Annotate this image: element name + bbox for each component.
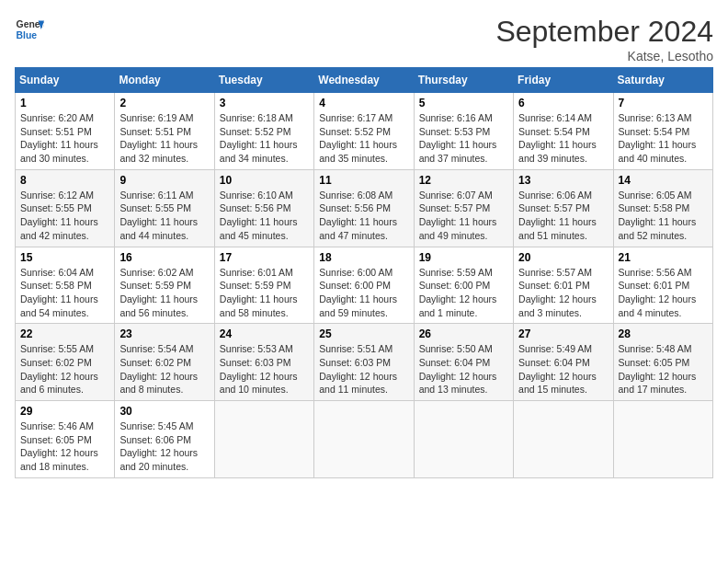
day-cell: 23Sunrise: 5:54 AMSunset: 6:02 PMDayligh… (115, 324, 214, 401)
col-header-friday: Friday (514, 68, 613, 93)
day-cell: 10Sunrise: 6:10 AMSunset: 5:56 PMDayligh… (214, 169, 313, 247)
day-number: 28 (619, 327, 708, 340)
day-cell: 14Sunrise: 6:05 AMSunset: 5:58 PMDayligh… (613, 169, 712, 247)
day-info: Sunrise: 6:07 AMSunset: 5:57 PMDaylight:… (419, 189, 508, 243)
day-cell: 7Sunrise: 6:13 AMSunset: 5:54 PMDaylight… (613, 93, 712, 170)
day-cell: 21Sunrise: 5:56 AMSunset: 6:01 PMDayligh… (613, 247, 712, 324)
day-cell: 6Sunrise: 6:14 AMSunset: 5:54 PMDaylight… (514, 93, 613, 170)
day-cell: 3Sunrise: 6:18 AMSunset: 5:52 PMDaylight… (214, 93, 313, 170)
day-info: Sunrise: 6:01 AMSunset: 5:59 PMDaylight:… (220, 266, 309, 320)
day-cell: 11Sunrise: 6:08 AMSunset: 5:56 PMDayligh… (314, 169, 414, 247)
day-cell: 5Sunrise: 6:16 AMSunset: 5:53 PMDaylight… (414, 93, 513, 170)
day-info: Sunrise: 6:08 AMSunset: 5:56 PMDaylight:… (319, 189, 408, 243)
day-info: Sunrise: 6:19 AMSunset: 5:51 PMDaylight:… (119, 111, 209, 166)
day-cell: 1Sunrise: 6:20 AMSunset: 5:51 PMDaylight… (16, 93, 115, 170)
day-info: Sunrise: 5:56 AMSunset: 6:01 PMDaylight:… (619, 266, 708, 320)
day-cell: 19Sunrise: 5:59 AMSunset: 6:00 PMDayligh… (414, 247, 513, 324)
day-info: Sunrise: 6:05 AMSunset: 5:58 PMDaylight:… (619, 189, 708, 243)
day-cell: 20Sunrise: 5:57 AMSunset: 6:01 PMDayligh… (514, 247, 613, 324)
day-cell: 25Sunrise: 5:51 AMSunset: 6:03 PMDayligh… (314, 324, 414, 401)
day-cell: 30Sunrise: 5:45 AMSunset: 6:06 PMDayligh… (115, 401, 214, 478)
day-number: 12 (419, 174, 508, 187)
day-cell: 13Sunrise: 6:06 AMSunset: 5:57 PMDayligh… (514, 169, 613, 247)
day-info: Sunrise: 5:50 AMSunset: 6:04 PMDaylight:… (419, 342, 508, 396)
day-cell (214, 401, 313, 478)
day-number: 29 (20, 405, 109, 418)
day-cell: 8Sunrise: 6:12 AMSunset: 5:55 PMDaylight… (16, 169, 115, 247)
day-cell: 26Sunrise: 5:50 AMSunset: 6:04 PMDayligh… (414, 324, 513, 401)
week-row-1: 1Sunrise: 6:20 AMSunset: 5:51 PMDaylight… (16, 93, 713, 170)
day-cell (514, 401, 613, 478)
col-header-saturday: Saturday (613, 68, 712, 93)
day-number: 21 (619, 251, 708, 264)
day-cell (613, 401, 712, 478)
week-row-3: 15Sunrise: 6:04 AMSunset: 5:58 PMDayligh… (16, 247, 713, 324)
day-info: Sunrise: 5:57 AMSunset: 6:01 PMDaylight:… (518, 266, 608, 320)
day-number: 11 (319, 174, 408, 187)
day-cell: 24Sunrise: 5:53 AMSunset: 6:03 PMDayligh… (214, 324, 313, 401)
day-info: Sunrise: 5:54 AMSunset: 6:02 PMDaylight:… (119, 342, 209, 396)
day-cell: 2Sunrise: 6:19 AMSunset: 5:51 PMDaylight… (115, 93, 214, 170)
day-number: 30 (119, 405, 209, 418)
day-number: 9 (119, 174, 209, 187)
day-number: 5 (419, 97, 508, 109)
day-number: 16 (119, 251, 209, 264)
svg-text:Blue: Blue (17, 30, 38, 40)
col-header-wednesday: Wednesday (314, 68, 414, 93)
day-info: Sunrise: 5:45 AMSunset: 6:06 PMDaylight:… (119, 419, 209, 474)
day-cell: 22Sunrise: 5:55 AMSunset: 6:02 PMDayligh… (16, 324, 115, 401)
day-info: Sunrise: 6:14 AMSunset: 5:54 PMDaylight:… (518, 111, 608, 166)
day-number: 27 (518, 327, 608, 340)
day-cell (314, 401, 414, 478)
day-info: Sunrise: 5:51 AMSunset: 6:03 PMDaylight:… (319, 342, 408, 396)
day-info: Sunrise: 5:49 AMSunset: 6:04 PMDaylight:… (518, 342, 608, 396)
col-header-monday: Monday (115, 68, 214, 93)
day-info: Sunrise: 6:06 AMSunset: 5:57 PMDaylight:… (518, 189, 608, 243)
day-info: Sunrise: 5:55 AMSunset: 6:02 PMDaylight:… (20, 342, 109, 396)
day-info: Sunrise: 6:13 AMSunset: 5:54 PMDaylight:… (619, 111, 708, 166)
day-number: 19 (419, 251, 508, 264)
day-cell: 28Sunrise: 5:48 AMSunset: 6:05 PMDayligh… (613, 324, 712, 401)
day-number: 17 (220, 251, 309, 264)
day-cell: 4Sunrise: 6:17 AMSunset: 5:52 PMDaylight… (314, 93, 414, 170)
col-header-thursday: Thursday (414, 68, 513, 93)
day-info: Sunrise: 6:20 AMSunset: 5:51 PMDaylight:… (20, 111, 109, 166)
day-number: 8 (20, 174, 109, 187)
day-number: 1 (20, 97, 109, 109)
day-info: Sunrise: 6:16 AMSunset: 5:53 PMDaylight:… (419, 111, 508, 166)
day-info: Sunrise: 6:00 AMSunset: 6:00 PMDaylight:… (319, 266, 408, 320)
day-info: Sunrise: 6:12 AMSunset: 5:55 PMDaylight:… (20, 189, 109, 243)
day-info: Sunrise: 6:10 AMSunset: 5:56 PMDaylight:… (220, 189, 309, 243)
day-number: 15 (20, 251, 109, 264)
day-cell: 16Sunrise: 6:02 AMSunset: 5:59 PMDayligh… (115, 247, 214, 324)
title-block: September 2024 Katse, Lesotho (495, 15, 713, 63)
day-cell: 27Sunrise: 5:49 AMSunset: 6:04 PMDayligh… (514, 324, 613, 401)
day-number: 3 (220, 97, 309, 109)
day-number: 24 (220, 327, 309, 340)
day-number: 18 (319, 251, 408, 264)
day-info: Sunrise: 6:17 AMSunset: 5:52 PMDaylight:… (319, 111, 408, 166)
logo: General Blue (15, 15, 44, 44)
day-cell: 9Sunrise: 6:11 AMSunset: 5:55 PMDaylight… (115, 169, 214, 247)
day-cell: 12Sunrise: 6:07 AMSunset: 5:57 PMDayligh… (414, 169, 513, 247)
day-number: 7 (619, 97, 708, 109)
day-number: 22 (20, 327, 109, 340)
week-row-2: 8Sunrise: 6:12 AMSunset: 5:55 PMDaylight… (16, 169, 713, 247)
day-number: 26 (419, 327, 508, 340)
day-number: 13 (518, 174, 608, 187)
day-info: Sunrise: 5:46 AMSunset: 6:05 PMDaylight:… (20, 419, 109, 474)
day-info: Sunrise: 6:18 AMSunset: 5:52 PMDaylight:… (220, 111, 309, 166)
day-number: 10 (220, 174, 309, 187)
day-cell: 29Sunrise: 5:46 AMSunset: 6:05 PMDayligh… (16, 401, 115, 478)
day-cell: 15Sunrise: 6:04 AMSunset: 5:58 PMDayligh… (16, 247, 115, 324)
day-number: 23 (119, 327, 209, 340)
day-info: Sunrise: 6:02 AMSunset: 5:59 PMDaylight:… (119, 266, 209, 320)
day-number: 2 (119, 97, 209, 109)
day-info: Sunrise: 5:53 AMSunset: 6:03 PMDaylight:… (220, 342, 309, 396)
month-year-title: September 2024 (495, 15, 713, 49)
calendar-header-row: SundayMondayTuesdayWednesdayThursdayFrid… (16, 68, 713, 93)
week-row-4: 22Sunrise: 5:55 AMSunset: 6:02 PMDayligh… (16, 324, 713, 401)
calendar-table: SundayMondayTuesdayWednesdayThursdayFrid… (15, 67, 713, 478)
col-header-sunday: Sunday (16, 68, 115, 93)
day-number: 6 (518, 97, 608, 109)
